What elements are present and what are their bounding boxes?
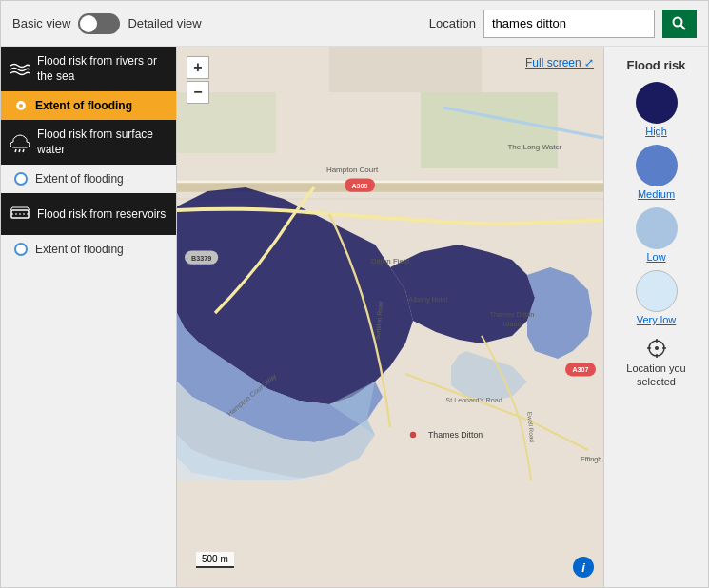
svg-line-6 bbox=[23, 149, 24, 152]
location-input[interactable] bbox=[483, 10, 655, 38]
medium-circle bbox=[636, 145, 678, 186]
rivers-sub-item[interactable]: Extent of flooding bbox=[1, 91, 176, 120]
svg-text:Thames Ditton: Thames Ditton bbox=[490, 310, 535, 319]
rivers-radio bbox=[14, 99, 28, 112]
legend-item-very-low: Very low bbox=[636, 270, 678, 325]
reservoirs-sub-label: Extent of flooding bbox=[35, 243, 124, 256]
header: Basic view Detailed view Location bbox=[1, 1, 708, 47]
svg-rect-14 bbox=[421, 92, 558, 168]
main-content: Flood risk from rivers or the sea Extent… bbox=[1, 47, 708, 587]
legend-title: Flood risk bbox=[626, 58, 685, 72]
waves-icon bbox=[9, 58, 31, 81]
legend-item-low: Low bbox=[636, 207, 678, 263]
surface-water-label: Flood risk from surface water bbox=[37, 127, 167, 157]
reservoir-icon bbox=[9, 203, 31, 225]
very-low-label[interactable]: Very low bbox=[637, 314, 677, 325]
fullscreen-button[interactable]: Full screen ⤢ bbox=[525, 56, 594, 69]
very-low-circle bbox=[636, 270, 678, 312]
fullscreen-icon: ⤢ bbox=[584, 56, 594, 69]
surface-sub-label: Extent of flooding bbox=[35, 172, 124, 186]
reservoirs-sub-item[interactable]: Extent of flooding bbox=[1, 235, 176, 264]
svg-text:A309: A309 bbox=[351, 182, 367, 190]
legend: Flood risk High Medium Low Very low bbox=[603, 47, 708, 587]
svg-text:A307: A307 bbox=[572, 365, 588, 374]
search-icon bbox=[672, 16, 687, 31]
zoom-in-button[interactable]: + bbox=[187, 56, 209, 79]
svg-line-1 bbox=[681, 25, 686, 29]
legend-item-medium: Medium bbox=[636, 145, 678, 200]
sidebar-surface-header: Flood risk from surface water bbox=[1, 120, 176, 165]
zoom-out-button[interactable]: − bbox=[187, 81, 209, 104]
low-label[interactable]: Low bbox=[646, 251, 665, 263]
svg-text:Hampton Court: Hampton Court bbox=[326, 166, 379, 174]
high-label[interactable]: High bbox=[645, 126, 667, 137]
svg-text:Island: Island bbox=[502, 320, 521, 328]
crosshair-svg bbox=[645, 337, 668, 360]
view-toggle: Basic view Detailed view bbox=[12, 13, 202, 34]
svg-text:Ditton Field: Ditton Field bbox=[371, 257, 409, 265]
sidebar-item-reservoirs[interactable]: Flood risk from reservoirs Extent of flo… bbox=[1, 193, 176, 264]
fullscreen-label: Full screen bbox=[525, 56, 581, 69]
low-circle bbox=[636, 207, 678, 249]
zoom-controls: + − bbox=[187, 56, 209, 104]
scale-label: 500 m bbox=[202, 554, 228, 564]
map-svg: A307 A309 B3379 Hampton Court The Long W… bbox=[177, 47, 603, 480]
svg-text:Thames Ditton: Thames Ditton bbox=[428, 430, 483, 440]
sidebar: Flood risk from rivers or the sea Extent… bbox=[1, 47, 177, 587]
rivers-label: Flood risk from rivers or the sea bbox=[37, 54, 167, 84]
search-button[interactable] bbox=[662, 10, 697, 38]
svg-point-41 bbox=[655, 346, 659, 350]
rivers-sub-label: Extent of flooding bbox=[35, 99, 132, 112]
map-scale: 500 m bbox=[196, 552, 234, 568]
view-toggle-switch[interactable] bbox=[78, 13, 120, 34]
info-icon: i bbox=[581, 560, 585, 575]
app-container: Basic view Detailed view Location bbox=[0, 0, 709, 588]
legend-item-high: High bbox=[636, 82, 678, 137]
map-area[interactable]: A307 A309 B3379 Hampton Court The Long W… bbox=[177, 47, 603, 587]
rain-icon bbox=[9, 131, 31, 154]
svg-point-29 bbox=[410, 432, 416, 438]
map-info-button[interactable]: i bbox=[573, 557, 594, 578]
surface-radio bbox=[14, 172, 28, 186]
svg-rect-13 bbox=[329, 47, 482, 92]
reservoirs-label: Flood risk from reservoirs bbox=[37, 207, 166, 223]
location-label: Location bbox=[429, 16, 476, 30]
sidebar-rivers-header: Flood risk from rivers or the sea bbox=[1, 47, 176, 91]
basic-view-label: Basic view bbox=[12, 16, 70, 30]
svg-text:St Leonard's Road: St Leonard's Road bbox=[445, 396, 502, 404]
sidebar-item-rivers[interactable]: Flood risk from rivers or the sea Extent… bbox=[1, 47, 176, 120]
legend-location: Location you selected bbox=[612, 337, 700, 389]
svg-text:The Long Water: The Long Water bbox=[507, 143, 561, 151]
high-circle bbox=[636, 82, 678, 124]
location-crosshair-icon bbox=[645, 337, 668, 360]
svg-text:B3379: B3379 bbox=[191, 254, 211, 263]
svg-line-5 bbox=[19, 149, 20, 152]
svg-text:Effingh...: Effingh... bbox=[581, 455, 603, 463]
sidebar-reservoirs-header: Flood risk from reservoirs bbox=[1, 193, 176, 235]
detailed-view-label: Detailed view bbox=[128, 16, 201, 30]
location-section: Location bbox=[429, 10, 697, 38]
surface-water-sub-item[interactable]: Extent of flooding bbox=[1, 165, 176, 193]
reservoirs-radio bbox=[14, 243, 28, 256]
medium-label[interactable]: Medium bbox=[638, 188, 675, 200]
sidebar-item-surface-water[interactable]: Flood risk from surface water Extent of … bbox=[1, 120, 176, 193]
toggle-knob bbox=[80, 15, 97, 32]
location-selected-label: Location you selected bbox=[612, 362, 700, 389]
svg-text:Albany Hotel: Albany Hotel bbox=[409, 295, 448, 304]
svg-point-0 bbox=[674, 17, 682, 26]
svg-line-4 bbox=[15, 149, 16, 152]
